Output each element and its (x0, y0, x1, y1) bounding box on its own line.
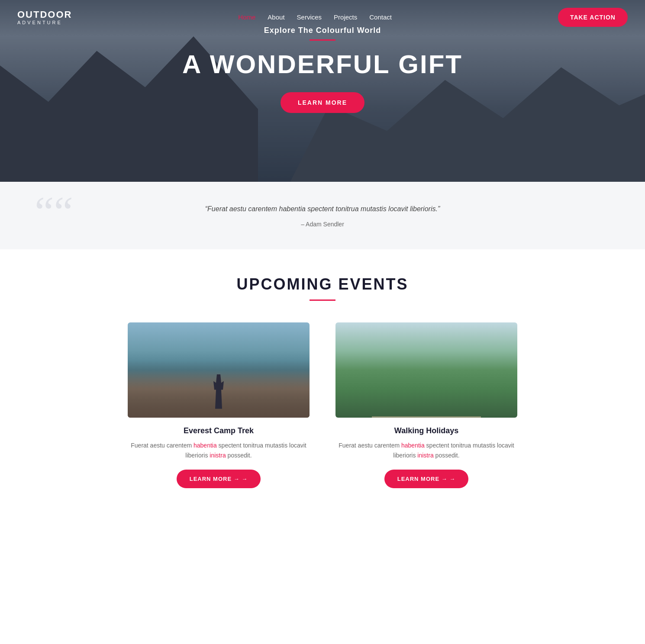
event-card-2: Walking Holidays Fuerat aestu carentem h… (335, 322, 517, 489)
event-learn-more-button-2[interactable]: LEARN MORE → (384, 470, 469, 488)
nav-link-about[interactable]: About (268, 13, 284, 21)
hero-learn-more-button[interactable]: LEARN MORE (281, 92, 364, 113)
event-image-everest (128, 322, 310, 418)
quote-icon: ““ (35, 190, 73, 234)
event-desc-highlight-2b: inistra (417, 452, 433, 459)
nav-link-contact[interactable]: Contact (369, 13, 392, 21)
hero-section: OUTDOOR ADVENTURE Home About Services Pr… (0, 0, 645, 182)
logo-brand: OUTDOOR (17, 10, 72, 20)
events-header: UPCOMING EVENTS (17, 275, 628, 301)
nav-link-home[interactable]: Home (238, 13, 255, 21)
logo-tagline: ADVENTURE (17, 20, 72, 25)
quote-section: ““ “Fuerat aestu carentem habentia spect… (0, 182, 645, 249)
event-desc-1: Fuerat aestu carentem habentia spectent … (128, 441, 310, 461)
quote-content: “Fuerat aestu carentem habentia spectent… (205, 203, 440, 228)
event-image-walking (335, 322, 517, 418)
events-title: UPCOMING EVENTS (17, 275, 628, 293)
hero-title: A WONDERFUL GIFT (0, 49, 645, 79)
event-desc-2: Fuerat aestu carentem habentia spectent … (335, 441, 517, 461)
nav-links: Home About Services Projects Contact (238, 13, 392, 21)
nav-link-projects[interactable]: Projects (334, 13, 357, 21)
quote-author: – Adam Sendler (205, 221, 440, 228)
nav-item-projects[interactable]: Projects (334, 13, 357, 21)
logo: OUTDOOR ADVENTURE (17, 10, 72, 25)
events-grid: Everest Camp Trek Fuerat aestu carentem … (128, 322, 517, 489)
events-section: UPCOMING EVENTS Everest Camp Trek Fuerat… (0, 249, 645, 523)
nav-link-services[interactable]: Services (297, 13, 322, 21)
event-learn-more-button-1[interactable]: LEARN MORE → (177, 470, 261, 488)
hero-content: Explore The Colourful World A WONDERFUL … (0, 26, 645, 113)
event-card-1: Everest Camp Trek Fuerat aestu carentem … (128, 322, 310, 489)
take-action-button[interactable]: TAKE ACTION (558, 8, 628, 27)
event-desc-highlight-1b: inistra (210, 452, 226, 459)
event-title-2: Walking Holidays (335, 426, 517, 435)
event-title-1: Everest Camp Trek (128, 426, 310, 435)
nav-item-home[interactable]: Home (238, 13, 255, 21)
event-desc-highlight-1: habentia (194, 442, 217, 449)
event-desc-highlight-2: habentia (401, 442, 425, 449)
hero-underline (310, 39, 335, 41)
nav-item-about[interactable]: About (268, 13, 284, 21)
nav-item-services[interactable]: Services (297, 13, 322, 21)
nav-item-contact[interactable]: Contact (369, 13, 392, 21)
events-underline (310, 299, 335, 301)
quote-text: “Fuerat aestu carentem habentia spectent… (205, 203, 440, 215)
navbar: OUTDOOR ADVENTURE Home About Services Pr… (0, 0, 645, 35)
